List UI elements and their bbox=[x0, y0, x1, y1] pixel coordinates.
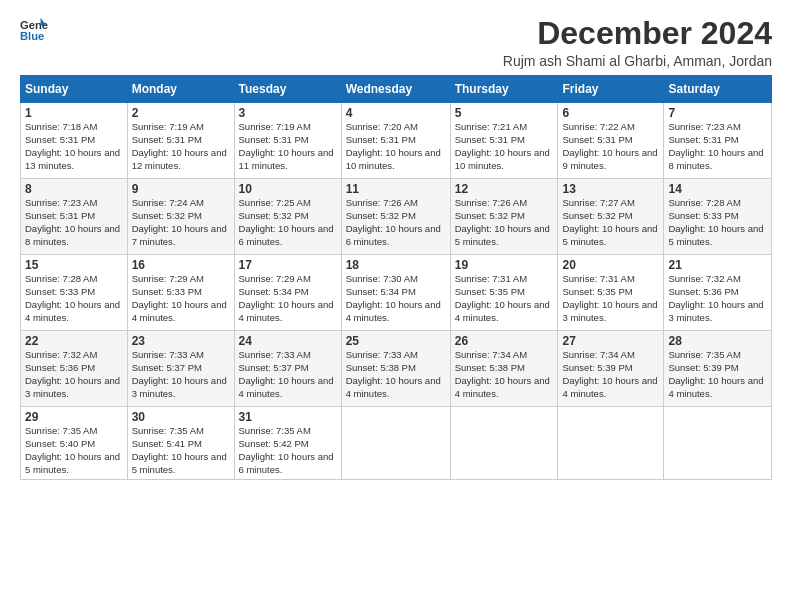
day-cell-31: 31 Sunrise: 7:35 AMSunset: 5:42 PMDaylig… bbox=[234, 407, 341, 480]
day-cell-2: 2 Sunrise: 7:19 AMSunset: 5:31 PMDayligh… bbox=[127, 103, 234, 179]
month-title: December 2024 bbox=[503, 16, 772, 51]
empty-cell-4 bbox=[664, 407, 772, 480]
logo: General Blue bbox=[20, 16, 50, 44]
week-row-3: 15 Sunrise: 7:28 AMSunset: 5:33 PMDaylig… bbox=[21, 255, 772, 331]
day-cell-23: 23 Sunrise: 7:33 AMSunset: 5:37 PMDaylig… bbox=[127, 331, 234, 407]
day-cell-22: 22 Sunrise: 7:32 AMSunset: 5:36 PMDaylig… bbox=[21, 331, 128, 407]
col-friday: Friday bbox=[558, 76, 664, 103]
day-cell-13: 13 Sunrise: 7:27 AMSunset: 5:32 PMDaylig… bbox=[558, 179, 664, 255]
day-cell-3: 3 Sunrise: 7:19 AMSunset: 5:31 PMDayligh… bbox=[234, 103, 341, 179]
title-section: December 2024 Rujm ash Shami al Gharbi, … bbox=[503, 16, 772, 69]
empty-cell-2 bbox=[450, 407, 558, 480]
day-cell-27: 27 Sunrise: 7:34 AMSunset: 5:39 PMDaylig… bbox=[558, 331, 664, 407]
day-cell-5: 5 Sunrise: 7:21 AMSunset: 5:31 PMDayligh… bbox=[450, 103, 558, 179]
week-row-5: 29 Sunrise: 7:35 AMSunset: 5:40 PMDaylig… bbox=[21, 407, 772, 480]
day-cell-8: 8 Sunrise: 7:23 AMSunset: 5:31 PMDayligh… bbox=[21, 179, 128, 255]
calendar-table: Sunday Monday Tuesday Wednesday Thursday… bbox=[20, 75, 772, 480]
day-cell-9: 9 Sunrise: 7:24 AMSunset: 5:32 PMDayligh… bbox=[127, 179, 234, 255]
week-row-2: 8 Sunrise: 7:23 AMSunset: 5:31 PMDayligh… bbox=[21, 179, 772, 255]
day-cell-21: 21 Sunrise: 7:32 AMSunset: 5:36 PMDaylig… bbox=[664, 255, 772, 331]
day-cell-17: 17 Sunrise: 7:29 AMSunset: 5:34 PMDaylig… bbox=[234, 255, 341, 331]
header: General Blue December 2024 Rujm ash Sham… bbox=[20, 16, 772, 69]
logo-icon: General Blue bbox=[20, 16, 48, 44]
day-cell-20: 20 Sunrise: 7:31 AMSunset: 5:35 PMDaylig… bbox=[558, 255, 664, 331]
col-tuesday: Tuesday bbox=[234, 76, 341, 103]
empty-cell-1 bbox=[341, 407, 450, 480]
day-cell-25: 25 Sunrise: 7:33 AMSunset: 5:38 PMDaylig… bbox=[341, 331, 450, 407]
day-cell-28: 28 Sunrise: 7:35 AMSunset: 5:39 PMDaylig… bbox=[664, 331, 772, 407]
svg-text:Blue: Blue bbox=[20, 30, 44, 42]
day-cell-15: 15 Sunrise: 7:28 AMSunset: 5:33 PMDaylig… bbox=[21, 255, 128, 331]
day-cell-4: 4 Sunrise: 7:20 AMSunset: 5:31 PMDayligh… bbox=[341, 103, 450, 179]
day-cell-26: 26 Sunrise: 7:34 AMSunset: 5:38 PMDaylig… bbox=[450, 331, 558, 407]
day-cell-6: 6 Sunrise: 7:22 AMSunset: 5:31 PMDayligh… bbox=[558, 103, 664, 179]
day-cell-29: 29 Sunrise: 7:35 AMSunset: 5:40 PMDaylig… bbox=[21, 407, 128, 480]
day-cell-12: 12 Sunrise: 7:26 AMSunset: 5:32 PMDaylig… bbox=[450, 179, 558, 255]
header-row: Sunday Monday Tuesday Wednesday Thursday… bbox=[21, 76, 772, 103]
day-cell-16: 16 Sunrise: 7:29 AMSunset: 5:33 PMDaylig… bbox=[127, 255, 234, 331]
location: Rujm ash Shami al Gharbi, Amman, Jordan bbox=[503, 53, 772, 69]
day-cell-1: 1 Sunrise: 7:18 AMSunset: 5:31 PMDayligh… bbox=[21, 103, 128, 179]
col-saturday: Saturday bbox=[664, 76, 772, 103]
week-row-4: 22 Sunrise: 7:32 AMSunset: 5:36 PMDaylig… bbox=[21, 331, 772, 407]
day-cell-7: 7 Sunrise: 7:23 AMSunset: 5:31 PMDayligh… bbox=[664, 103, 772, 179]
calendar-page: General Blue December 2024 Rujm ash Sham… bbox=[0, 0, 792, 612]
day-cell-11: 11 Sunrise: 7:26 AMSunset: 5:32 PMDaylig… bbox=[341, 179, 450, 255]
empty-cell-3 bbox=[558, 407, 664, 480]
col-thursday: Thursday bbox=[450, 76, 558, 103]
day-cell-24: 24 Sunrise: 7:33 AMSunset: 5:37 PMDaylig… bbox=[234, 331, 341, 407]
day-cell-30: 30 Sunrise: 7:35 AMSunset: 5:41 PMDaylig… bbox=[127, 407, 234, 480]
week-row-1: 1 Sunrise: 7:18 AMSunset: 5:31 PMDayligh… bbox=[21, 103, 772, 179]
day-cell-10: 10 Sunrise: 7:25 AMSunset: 5:32 PMDaylig… bbox=[234, 179, 341, 255]
day-cell-14: 14 Sunrise: 7:28 AMSunset: 5:33 PMDaylig… bbox=[664, 179, 772, 255]
col-sunday: Sunday bbox=[21, 76, 128, 103]
day-cell-18: 18 Sunrise: 7:30 AMSunset: 5:34 PMDaylig… bbox=[341, 255, 450, 331]
day-cell-19: 19 Sunrise: 7:31 AMSunset: 5:35 PMDaylig… bbox=[450, 255, 558, 331]
col-wednesday: Wednesday bbox=[341, 76, 450, 103]
col-monday: Monday bbox=[127, 76, 234, 103]
